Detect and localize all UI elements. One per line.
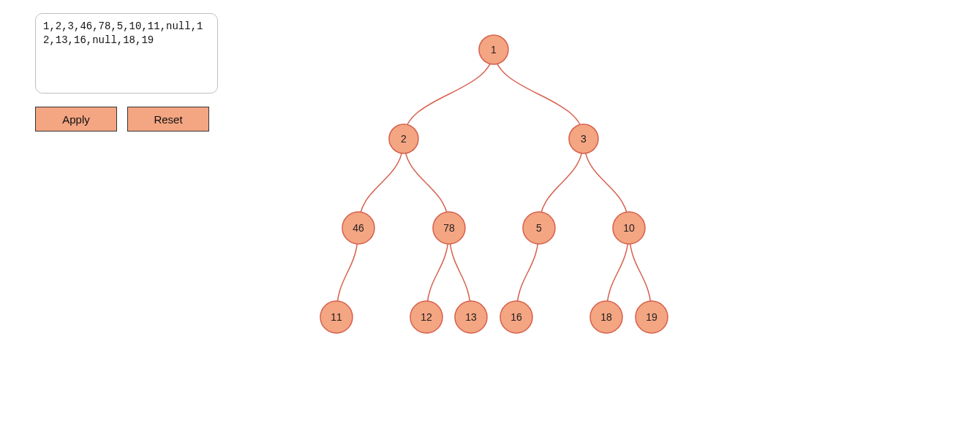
node-label: 3	[581, 133, 587, 145]
tree-node: 1	[479, 35, 508, 64]
tree-diagram: 1234678510111213161819	[0, 0, 980, 431]
tree-node: 16	[500, 301, 532, 333]
tree-node: 5	[523, 212, 555, 244]
tree-node: 3	[569, 124, 598, 153]
node-label: 5	[536, 222, 542, 234]
tree-edge	[494, 50, 584, 139]
node-label: 10	[623, 222, 635, 234]
node-label: 16	[510, 311, 522, 323]
tree-node: 2	[389, 124, 418, 153]
edges-layer	[336, 50, 652, 317]
tree-edge	[404, 50, 494, 139]
node-label: 46	[353, 222, 364, 234]
tree-node: 11	[320, 301, 353, 333]
tree-node: 78	[433, 212, 465, 244]
tree-node: 10	[613, 212, 645, 244]
tree-node: 19	[636, 301, 668, 333]
tree-node: 46	[342, 212, 374, 244]
nodes-layer: 1234678510111213161819	[320, 35, 668, 333]
node-label: 13	[465, 311, 477, 323]
tree-node: 12	[410, 301, 442, 333]
tree-node: 13	[455, 301, 487, 333]
node-label: 19	[646, 311, 657, 323]
tree-node: 18	[590, 301, 622, 333]
node-label: 1	[491, 44, 497, 56]
node-label: 78	[443, 222, 455, 234]
node-label: 2	[401, 133, 407, 145]
node-label: 18	[600, 311, 612, 323]
node-label: 11	[331, 311, 342, 323]
node-label: 12	[421, 311, 432, 323]
